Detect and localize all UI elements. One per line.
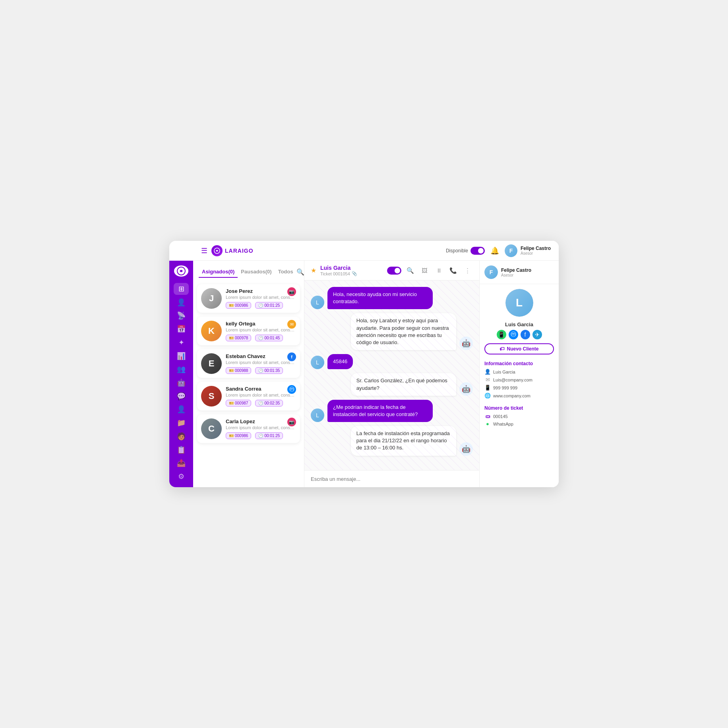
contact-meta-carla: 🎫 000986 🕐 00:01:25 xyxy=(226,432,295,439)
contact-meta-kelly: 🎫 000978 🕐 00:01:45 xyxy=(226,335,295,341)
contact-preview-jose: Lorem ipsum dolor sit amet, consecte. xyxy=(226,295,295,300)
ticket-icon: 🎫 xyxy=(229,303,234,308)
contact-card-kelly[interactable]: K kelly Ortega Lorem ipsum dolor sit ame… xyxy=(197,317,300,345)
chat-search-icon[interactable]: 🔍 xyxy=(405,265,416,276)
nav-icon-table[interactable]: 📋 xyxy=(174,444,189,456)
nav-icon-dashboard[interactable]: ⊞ xyxy=(174,283,189,295)
chat-phone-icon[interactable]: 📞 xyxy=(447,265,459,276)
contact-card-esteban[interactable]: E Esteban Chavez Lorem ipsum dolor sit a… xyxy=(197,349,300,378)
contact-card-jose[interactable]: J Jose Perez Lorem ipsum dolor sit amet,… xyxy=(197,284,300,313)
contact-avatar-esteban: E xyxy=(201,353,222,374)
contact-time-jose: 🕐 00:01:25 xyxy=(255,302,283,309)
chat-more-icon[interactable]: ⋮ xyxy=(462,265,473,276)
client-channels: 📱 ⓜ f ✈ xyxy=(480,330,559,339)
info-row-web: 🌐 www.company.com xyxy=(484,393,554,399)
nav-icon-chat-bubble[interactable]: 💬 xyxy=(174,390,189,402)
info-row-email: ✉ Luis@company.com xyxy=(484,377,554,383)
info-web: www.company.com xyxy=(493,393,531,398)
chat-header-actions: 🔍 🖼 ⏸ 📞 ⋮ xyxy=(387,265,473,276)
bot-avatar-2: 🤖 xyxy=(459,382,473,396)
msg-row-5: L ¿Me podrían indicar la fecha de instal… xyxy=(311,400,473,422)
contact-info-kelly: kelly Ortega Lorem ipsum dolor sit amet,… xyxy=(226,321,295,341)
tab-all[interactable]: Todos xyxy=(275,266,296,278)
contact-card-sandra[interactable]: S Sandra Correa Lorem ipsum dolor sit am… xyxy=(197,382,300,410)
channel-telegram[interactable]: ✈ xyxy=(532,330,542,339)
client-avatar-large: L xyxy=(505,289,533,317)
notification-icon[interactable]: 🔔 xyxy=(490,246,499,255)
contact-search-icon[interactable]: 🔍 xyxy=(296,268,304,276)
msg-bubble-1: Hola, necesito ayuda con mi servicio con… xyxy=(327,287,433,309)
chat-input-area xyxy=(304,470,479,487)
contact-list: J Jose Perez Lorem ipsum dolor sit amet,… xyxy=(193,282,304,487)
main-inner: ⊞ 👤 📡 📅 ✦ 📊 👥 🤖 💬 👤 📁 🧑 📋 📤 ⚙ xyxy=(169,261,559,487)
top-agent-avatar: F xyxy=(505,244,517,257)
chat-header-info: Luis Garcia Ticket 0001054 📎 xyxy=(320,265,383,276)
nav-icon-users[interactable]: 👤 xyxy=(174,404,189,416)
nav-icon-files[interactable]: 📁 xyxy=(174,417,189,429)
tag-icon: 🏷 xyxy=(500,346,504,352)
contact-card-carla[interactable]: C Carla Lopez Lorem ipsum dolor sit amet… xyxy=(197,414,300,443)
ticket-icon: 🎫 xyxy=(229,401,234,405)
hamburger-icon[interactable]: ☰ xyxy=(201,246,207,255)
tab-paused[interactable]: Pausados(0) xyxy=(238,266,275,278)
ticket-whatsapp: WhatsApp xyxy=(493,422,513,426)
nav-icon-antenna[interactable]: 📡 xyxy=(174,310,189,322)
contact-preview-sandra: Lorem ipsum dolor sit amet, consecte. xyxy=(226,393,295,397)
attachment-icon: 📎 xyxy=(352,271,357,276)
nav-icon-contacts[interactable]: 👤 xyxy=(174,296,189,308)
nav-icon-apps[interactable]: ✦ xyxy=(174,337,189,349)
nav-icon-reports[interactable]: 📊 xyxy=(174,350,189,362)
chat-toggle[interactable] xyxy=(387,267,401,275)
msg-row-2: 🤖 Hola, soy Larabot y estoy aquí para ay… xyxy=(311,313,473,350)
right-panel-header: F Felipe Castro Asesor xyxy=(480,261,559,284)
disponible-toggle[interactable] xyxy=(470,247,485,255)
top-agent-name: Felipe Castro xyxy=(521,246,551,251)
nav-icon-person[interactable]: 🧑 xyxy=(174,430,189,442)
contact-info-sandra: Sandra Correa Lorem ipsum dolor sit amet… xyxy=(226,386,295,407)
nav-icon-robot[interactable]: 🤖 xyxy=(174,377,189,389)
contact-time-esteban: 🕐 00:01:35 xyxy=(255,367,283,374)
contact-meta-sandra: 🎫 000987 🕐 00:02:35 xyxy=(226,400,295,407)
top-agent-info: Felipe Castro Asesor xyxy=(521,246,551,256)
nav-icon-settings[interactable]: ⚙ xyxy=(174,470,189,482)
clock-icon: 🕐 xyxy=(258,303,263,308)
chat-message-input[interactable] xyxy=(311,476,473,482)
sidebar-nav: ⊞ 👤 📡 📅 ✦ 📊 👥 🤖 💬 👤 📁 🧑 📋 📤 ⚙ xyxy=(169,261,193,487)
contact-time-carla: 🕐 00:01:25 xyxy=(255,432,283,439)
client-name-right: Luis Garcia xyxy=(480,321,559,327)
nav-icon-team[interactable]: 👥 xyxy=(174,363,189,375)
chat-header: ★ Luis Garcia Ticket 0001054 📎 🔍 🖼 ⏸ xyxy=(304,261,479,281)
chat-image-icon[interactable]: 🖼 xyxy=(419,265,430,276)
main-content: ⊞ 👤 📡 📅 ✦ 📊 👥 🤖 💬 👤 📁 🧑 📋 📤 ⚙ xyxy=(169,241,559,487)
agent-role: Asesor xyxy=(501,273,531,277)
info-phone: 999 999 999 xyxy=(493,385,517,390)
right-panel: F Felipe Castro Asesor L Luis Garcia 📱 ⓜ xyxy=(479,261,559,487)
channel-whatsapp[interactable]: 📱 xyxy=(497,330,506,339)
agent-avatar: F xyxy=(484,265,498,279)
channel-messenger[interactable]: ⓜ xyxy=(509,330,518,339)
logo-text: LARAIGO xyxy=(225,248,254,254)
new-client-button[interactable]: 🏷 Nuevo Cliente xyxy=(484,343,554,354)
ticket-icon: 🎫 xyxy=(229,434,234,438)
msg-row-4: 🤖 Sr. Carlos González, ¿En qué podemos a… xyxy=(311,373,473,395)
contact-ticket-jose: 🎫 000986 xyxy=(226,302,251,309)
star-icon[interactable]: ★ xyxy=(311,267,316,274)
whatsapp-ticket-icon: ● xyxy=(484,421,491,427)
ticket-number: 000145 xyxy=(493,414,508,419)
info-section-title: Información contacto xyxy=(484,361,554,366)
logo-icon xyxy=(211,245,223,256)
channel-facebook[interactable]: f xyxy=(521,330,530,339)
chat-messages: L Hola, necesito ayuda con mi servicio c… xyxy=(304,281,479,470)
msg-bubble-6: La fecha de instalación esta programada … xyxy=(351,426,456,456)
contact-panel-header: Asignados(0) Pausados(0) Todos 🔍 xyxy=(193,261,304,282)
chat-pause-icon[interactable]: ⏸ xyxy=(433,265,444,276)
top-navbar: ☰ LARAIGO Disponible 🔔 F Felipe Castro A… xyxy=(193,241,559,261)
contact-preview-kelly: Lorem ipsum dolor sit amet, consecte. xyxy=(226,327,295,332)
contact-meta-esteban: 🎫 000988 🕐 00:01:35 xyxy=(226,367,295,374)
nav-icon-calendar[interactable]: 📅 xyxy=(174,323,189,335)
nav-icon-export[interactable]: 📤 xyxy=(174,457,189,469)
tab-assigned[interactable]: Asignados(0) xyxy=(199,266,238,278)
logo-area: LARAIGO xyxy=(211,245,254,256)
ticket-row-whatsapp: ● WhatsApp xyxy=(484,421,554,427)
email-icon: ✉ xyxy=(484,377,491,383)
